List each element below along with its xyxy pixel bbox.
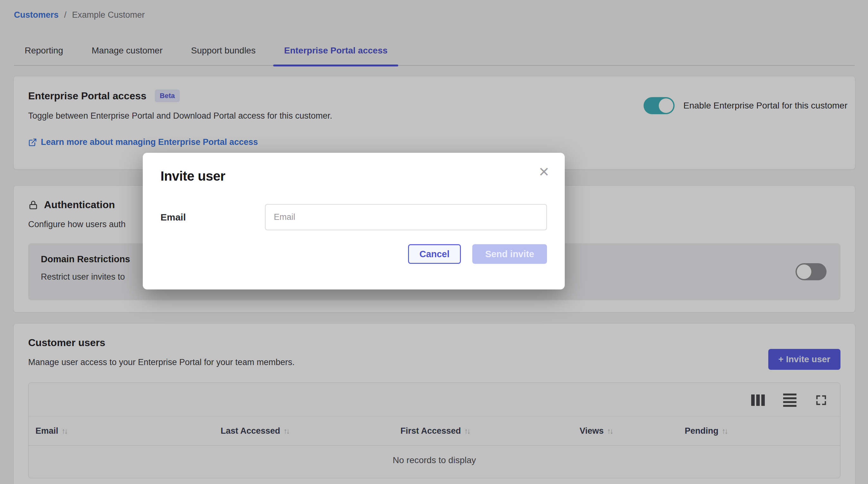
email-label: Email <box>160 212 265 223</box>
cancel-button[interactable]: Cancel <box>408 244 461 264</box>
invite-user-modal: Invite user ✕ Email Cancel Send invite <box>143 153 565 289</box>
email-field[interactable] <box>265 204 547 230</box>
close-icon[interactable]: ✕ <box>538 165 550 179</box>
send-invite-button[interactable]: Send invite <box>472 244 547 264</box>
modal-title: Invite user <box>160 169 547 184</box>
